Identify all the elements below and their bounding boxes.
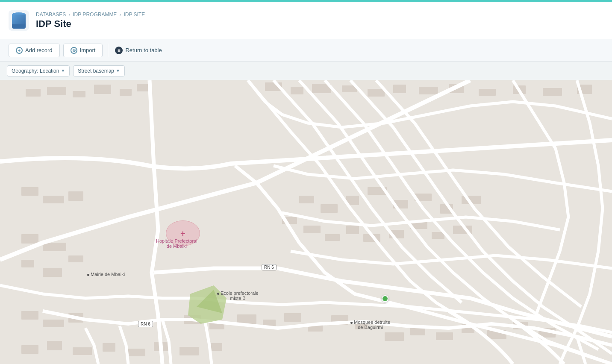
svg-rect-25	[21, 234, 38, 244]
svg-rect-39	[325, 234, 340, 241]
svg-rect-26	[21, 260, 34, 267]
breadcrumb-databases[interactable]: DATABASES	[36, 12, 66, 18]
basemap-chevron: ▼	[116, 68, 120, 73]
svg-rect-29	[299, 196, 314, 203]
add-record-label: Add record	[25, 47, 53, 53]
add-icon: +	[16, 47, 23, 54]
return-icon: ⊞	[115, 47, 123, 54]
svg-rect-24	[43, 243, 66, 251]
svg-rect-38	[303, 226, 321, 233]
breadcrumb-idp-programme[interactable]: IDP PROGRAMME	[73, 12, 117, 18]
svg-rect-53	[284, 313, 301, 322]
breadcrumb: DATABASES › IDP PROGRAMME › IDP SITE	[36, 12, 145, 18]
svg-rect-44	[432, 232, 444, 239]
svg-rect-46	[21, 311, 38, 320]
map-controls: Geography: Location ▼ Street basemap ▼	[0, 62, 612, 80]
basemap-label: Street basemap	[78, 68, 114, 74]
svg-rect-5	[73, 91, 85, 97]
app-icon	[9, 10, 29, 31]
return-to-table-button[interactable]: ⊞ Return to table	[108, 44, 168, 57]
svg-rect-15	[419, 87, 438, 94]
road-sign-rn6-left: RN 6	[138, 321, 153, 327]
svg-rect-21	[21, 187, 38, 196]
svg-rect-57	[385, 332, 404, 341]
import-icon: ⊕	[71, 47, 77, 54]
database-icon	[12, 12, 26, 29]
svg-rect-40	[346, 226, 359, 234]
header-breadcrumb: DATABASES › IDP PROGRAMME › IDP SITE IDP…	[36, 12, 145, 29]
basemap-dropdown[interactable]: Street basemap ▼	[73, 65, 125, 76]
breadcrumb-sep-1: ›	[68, 12, 70, 18]
svg-rect-10	[291, 87, 303, 94]
svg-rect-64	[21, 345, 38, 354]
svg-rect-3	[26, 89, 41, 97]
svg-rect-19	[543, 88, 562, 96]
location-marker[interactable]	[382, 295, 388, 302]
svg-rect-23	[68, 191, 83, 201]
header: DATABASES › IDP PROGRAMME › IDP SITE IDP…	[0, 2, 612, 39]
svg-rect-70	[179, 347, 199, 355]
geography-chevron: ▼	[61, 68, 65, 73]
svg-rect-14	[393, 85, 406, 93]
svg-text:⊞: ⊞	[118, 49, 121, 53]
svg-rect-59	[436, 332, 453, 340]
return-to-table-label: Return to table	[125, 47, 162, 53]
svg-rect-51	[237, 314, 256, 324]
geography-label: Geography: Location	[12, 68, 59, 74]
geography-dropdown[interactable]: Geography: Location ▼	[7, 65, 70, 76]
svg-rect-17	[479, 89, 496, 96]
svg-rect-30	[321, 204, 338, 213]
breadcrumb-idp-site[interactable]: IDP SITE	[124, 12, 145, 18]
breadcrumb-sep-2: ›	[119, 12, 121, 18]
import-button[interactable]: ⊕ Import	[63, 44, 103, 57]
map-svg	[0, 80, 612, 364]
add-record-button[interactable]: + Add record	[9, 44, 60, 57]
svg-rect-47	[43, 320, 64, 327]
svg-rect-66	[73, 347, 92, 355]
toolbar: + Add record ⊕ Import ⊞ Return to table	[0, 39, 612, 62]
svg-rect-22	[43, 196, 64, 203]
svg-rect-68	[128, 349, 145, 356]
map-container[interactable]: + Hopitale Prefectoralde Mbaiki Mairie d…	[0, 80, 612, 364]
road-sign-rn6-center: RN 6	[262, 264, 277, 270]
import-label: Import	[80, 47, 96, 53]
svg-rect-28	[68, 255, 83, 262]
svg-rect-65	[47, 341, 62, 350]
svg-rect-13	[368, 89, 385, 97]
svg-rect-27	[43, 268, 62, 277]
hospital-cross-icon: +	[180, 229, 185, 239]
svg-rect-7	[120, 89, 132, 96]
svg-rect-4	[47, 87, 66, 95]
svg-rect-67	[103, 343, 115, 352]
svg-rect-6	[94, 85, 111, 94]
page-title: IDP Site	[36, 18, 145, 29]
